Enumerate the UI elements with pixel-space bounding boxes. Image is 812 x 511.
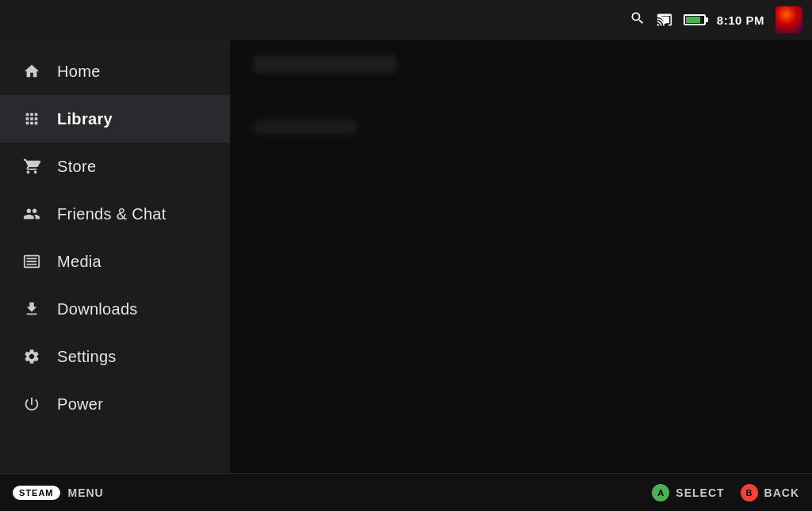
avatar[interactable] — [776, 6, 802, 33]
steam-menu-group[interactable]: STEAM MENU — [13, 486, 104, 500]
select-label: SELECT — [676, 486, 724, 499]
sidebar: Home Library Store Friends & Chat — [0, 40, 230, 473]
sidebar-item-library[interactable]: Library — [0, 95, 230, 143]
library-icon — [22, 109, 41, 128]
sidebar-label-settings: Settings — [57, 348, 117, 366]
sidebar-item-power[interactable]: Power — [0, 380, 230, 428]
sidebar-item-home[interactable]: Home — [0, 48, 230, 95]
clock: 8:10 PM — [717, 13, 764, 27]
sidebar-label-power: Power — [57, 395, 103, 414]
downloads-icon — [22, 299, 41, 318]
content-title-blur — [254, 55, 396, 73]
store-icon — [22, 157, 41, 176]
home-icon — [22, 62, 41, 81]
sidebar-item-media[interactable]: Media — [0, 238, 230, 285]
sidebar-item-settings[interactable]: Settings — [0, 333, 230, 380]
bottom-bar: STEAM MENU A SELECT B BACK — [0, 473, 812, 511]
sidebar-item-friends[interactable]: Friends & Chat — [0, 190, 230, 238]
select-action[interactable]: A SELECT — [652, 484, 724, 501]
sidebar-item-downloads[interactable]: Downloads — [0, 285, 230, 333]
steam-badge[interactable]: STEAM — [13, 486, 60, 500]
battery-icon — [684, 14, 706, 25]
media-icon — [22, 252, 41, 271]
content-subtitle-blur — [254, 120, 357, 135]
sidebar-item-store[interactable]: Store — [0, 143, 230, 190]
cast-icon[interactable] — [657, 12, 672, 28]
sidebar-label-media: Media — [57, 253, 102, 271]
sidebar-label-home: Home — [57, 63, 101, 81]
top-bar: 8:10 PM — [0, 0, 812, 40]
power-icon — [22, 395, 41, 414]
b-button[interactable]: B — [741, 484, 758, 501]
menu-label: MENU — [68, 486, 104, 499]
a-button[interactable]: A — [652, 484, 669, 501]
back-label: BACK — [764, 486, 799, 499]
sidebar-label-downloads: Downloads — [57, 300, 138, 318]
bottom-actions: A SELECT B BACK — [652, 484, 799, 501]
friends-icon — [22, 204, 41, 223]
main-content — [230, 40, 812, 473]
sidebar-label-store: Store — [57, 158, 96, 176]
settings-icon — [22, 347, 41, 366]
sidebar-label-library: Library — [57, 110, 113, 128]
back-action[interactable]: B BACK — [741, 484, 799, 501]
search-icon[interactable] — [630, 10, 645, 30]
sidebar-label-friends: Friends & Chat — [57, 205, 167, 223]
